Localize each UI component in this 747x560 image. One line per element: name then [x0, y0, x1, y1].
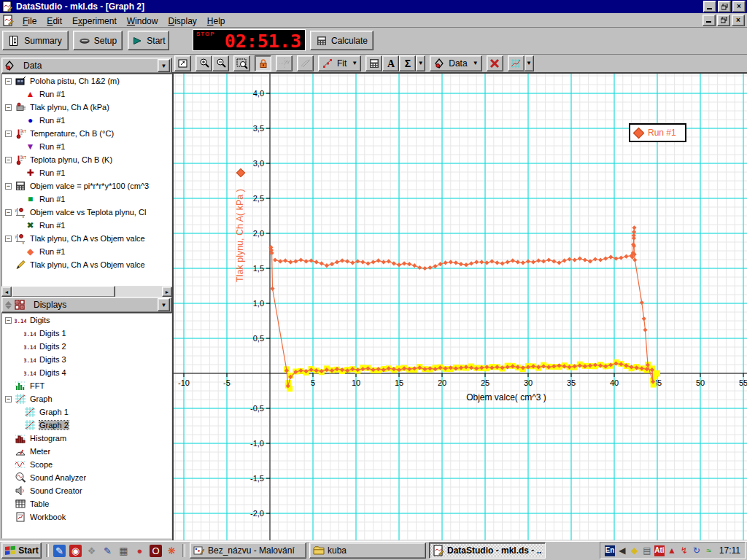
task-paint[interactable]: Bez_názvu - Malování	[190, 542, 306, 559]
data-tree-horizontal-scrollbar[interactable]: ◄ ►	[1, 287, 172, 297]
volume-icon[interactable]: ◀	[617, 545, 627, 556]
desktop-pen-icon[interactable]: ✎	[53, 545, 66, 557]
display-item-15[interactable]: Workbook	[2, 510, 171, 524]
text-annotation-button[interactable]: A	[382, 55, 399, 71]
data-item-5[interactable]: ▼Run #1	[2, 140, 171, 153]
display-item-2[interactable]: 3.14Digits 2	[2, 340, 171, 353]
display-item-1[interactable]: 3.14Digits 1	[2, 327, 171, 340]
statistics-dropdown[interactable]: ▼	[416, 55, 425, 71]
acrobat-icon[interactable]: ◉	[69, 545, 82, 557]
data-item-13[interactable]: ◆Run #1	[2, 245, 171, 258]
summary-button[interactable]: Summary	[2, 31, 69, 50]
displays-panel-dropdown[interactable]: ▼	[158, 298, 170, 311]
display-item-12[interactable]: Sound Analyzer	[2, 471, 171, 484]
zoom-out-button[interactable]	[212, 55, 229, 71]
display-item-0[interactable]: −3.14Digits	[2, 314, 171, 327]
graph-display-area[interactable]: 4,03,53,02,52,01,51,00,5-0,5-1,0-1,5-2,0…	[172, 72, 747, 540]
legend[interactable]: Run #1	[629, 123, 686, 142]
flame-icon[interactable]: ❋	[166, 545, 178, 557]
minimize-button[interactable]	[703, 1, 716, 12]
data-item-0[interactable]: −Poloha pistu, Ch 1&2 (m)	[2, 74, 171, 88]
xy-tool-button[interactable]: xy	[276, 55, 293, 71]
expander-icon[interactable]: −	[5, 236, 12, 242]
data-panel-dropdown[interactable]: ▼	[158, 59, 170, 72]
data-item-7[interactable]: ✚Run #1	[2, 166, 171, 179]
displays-panel-header[interactable]: Displays ▼	[1, 297, 172, 313]
menu-edit[interactable]: Edit	[42, 15, 67, 28]
child-restore-button[interactable]	[717, 15, 730, 26]
data-item-2[interactable]: −Tlak plynu, Ch A (kPa)	[2, 101, 171, 114]
menu-display[interactable]: Display	[163, 15, 201, 28]
task-folder-kuba[interactable]: kuba	[309, 542, 426, 559]
scale-to-fit-button[interactable]	[174, 55, 191, 71]
data-item-10[interactable]: −yxObjem valce vs Teplota plynu, Cl	[2, 206, 171, 219]
document-icon[interactable]	[2, 15, 15, 26]
expander-icon[interactable]: −	[5, 317, 12, 324]
display-item-7[interactable]: Graph 1	[2, 405, 171, 419]
calculator-icon[interactable]: ▦	[117, 545, 130, 557]
expander-icon[interactable]: −	[5, 104, 12, 111]
plot-area[interactable]: 4,03,53,02,52,01,51,00,5-0,5-1,0-1,5-2,0…	[174, 74, 747, 540]
calculate-button[interactable]: Calculate	[310, 31, 374, 50]
display-item-4[interactable]: 3.14Digits 4	[2, 366, 171, 379]
graph-settings-button[interactable]	[508, 55, 525, 71]
display-icon[interactable]: ◆	[630, 545, 640, 556]
language-indicator[interactable]: En	[605, 545, 615, 556]
splitter-icon[interactable]	[4, 299, 12, 311]
menu-help[interactable]: Help	[202, 15, 231, 28]
display-item-3[interactable]: 3.14Digits 3	[2, 353, 171, 366]
child-minimize-button[interactable]	[703, 15, 716, 26]
scheduler-icon[interactable]: ▤	[642, 545, 652, 556]
display-item-13[interactable]: Sound Creator	[2, 484, 171, 497]
task-datastudio[interactable]: DataStudio - mkl.ds - ...	[429, 542, 546, 559]
menu-window[interactable]: Window	[122, 15, 163, 28]
data-item-3[interactable]: ●Run #1	[2, 114, 171, 127]
scrollbar-thumb[interactable]	[12, 286, 115, 298]
data-item-12[interactable]: −yxTlak plynu, Ch A vs Objem valce	[2, 232, 171, 245]
start-experiment-button[interactable]: Start	[128, 31, 169, 50]
scroll-left-button[interactable]: ◄	[1, 287, 12, 297]
smart-tool-button[interactable]	[255, 55, 271, 71]
delete-tool-button[interactable]	[487, 55, 503, 71]
pen-icon[interactable]: ✎	[101, 545, 114, 557]
data-item-6[interactable]: −KTDTeplota plynu, Ch B (K)	[2, 153, 171, 166]
expander-icon[interactable]: −	[5, 131, 12, 137]
dragon-icon[interactable]: ●	[133, 545, 146, 557]
child-close-button[interactable]: ×	[732, 15, 745, 26]
data-panel-header[interactable]: Data ▼	[1, 58, 172, 74]
restore-button[interactable]	[718, 1, 731, 12]
expander-icon[interactable]: −	[5, 183, 12, 190]
refresh-icon[interactable]: ↻	[692, 545, 702, 556]
data-menu-button[interactable]: Data▼	[430, 55, 481, 71]
display-item-10[interactable]: Meter	[2, 445, 171, 458]
data-item-4[interactable]: −KTDTemperature, Ch B (°C)	[2, 127, 171, 140]
data-item-11[interactable]: ✖Run #1	[2, 219, 171, 232]
opera-icon[interactable]: O	[150, 545, 162, 557]
data-item-8[interactable]: −Objem valce = pi*r*r*y*100 (cm^3	[2, 179, 171, 192]
display-item-8[interactable]: Graph 2	[2, 419, 171, 432]
zoom-select-button[interactable]	[233, 55, 250, 71]
data-item-9[interactable]: ■Run #1	[2, 192, 171, 206]
expander-icon[interactable]: −	[5, 157, 12, 163]
slope-tool-button[interactable]	[297, 55, 314, 71]
red-app-icon[interactable]: ▲	[667, 545, 677, 556]
graph-settings-dropdown[interactable]: ▼	[525, 55, 534, 71]
bird-icon[interactable]: ❖	[85, 545, 98, 557]
data-item-14[interactable]: Tlak plynu, Ch A vs Objem valce	[2, 258, 171, 271]
display-item-5[interactable]: FFT	[2, 379, 171, 392]
fit-menu-button[interactable]: Fit▼	[318, 55, 361, 71]
close-button[interactable]: ×	[732, 1, 746, 12]
ati-icon[interactable]: Ati	[654, 545, 665, 556]
signal-icon[interactable]: ≈	[704, 545, 714, 556]
power-icon[interactable]: ↯	[679, 545, 689, 556]
data-item-1[interactable]: ▲Run #1	[2, 88, 171, 101]
display-item-6[interactable]: −Graph	[2, 392, 171, 405]
menu-experiment[interactable]: Experiment	[67, 15, 122, 28]
scroll-right-button[interactable]: ►	[162, 287, 172, 297]
display-item-11[interactable]: Scope	[2, 458, 171, 471]
expander-icon[interactable]: −	[5, 209, 12, 216]
menu-file[interactable]: File	[18, 15, 42, 28]
start-menu-button[interactable]: Start	[1, 542, 42, 559]
setup-button[interactable]: Setup	[73, 31, 123, 50]
calculate-tool-button[interactable]	[365, 55, 382, 71]
